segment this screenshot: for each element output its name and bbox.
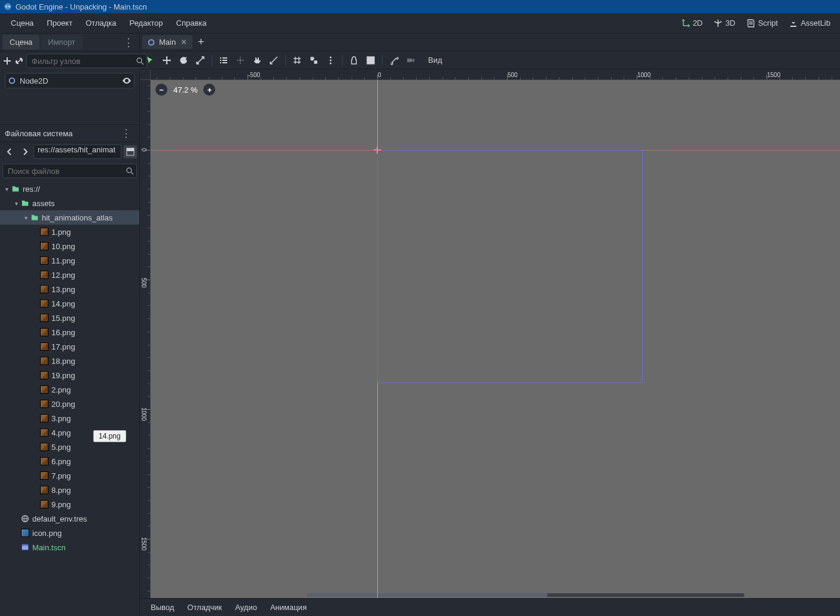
viewport-scrollbar[interactable] bbox=[307, 593, 744, 597]
fs-item[interactable]: 7.png bbox=[0, 468, 139, 483]
svg-point-9 bbox=[127, 168, 132, 173]
camera-override-button[interactable] bbox=[403, 53, 419, 68]
fs-item[interactable]: 18.png bbox=[0, 354, 139, 368]
filesystem-search-input[interactable] bbox=[2, 164, 137, 178]
tool-pivot-button[interactable] bbox=[233, 53, 248, 68]
fs-item[interactable]: ▾res:// bbox=[0, 182, 139, 196]
svg-rect-19 bbox=[369, 59, 372, 62]
canvas-toolbar: Вид bbox=[140, 51, 840, 69]
menubar: Сцена Проект Отладка Редактор Справка 2D… bbox=[0, 13, 840, 33]
fs-item[interactable]: 20.png bbox=[0, 397, 139, 411]
fs-item[interactable]: 1.png bbox=[0, 225, 139, 239]
mode-assetlib-button[interactable]: AssetLib bbox=[784, 16, 835, 30]
fs-item[interactable]: 15.png bbox=[0, 311, 139, 325]
link-node-button[interactable] bbox=[14, 54, 24, 68]
fs-item-label: 17.png bbox=[51, 342, 75, 351]
snap-smart-button[interactable] bbox=[306, 53, 322, 68]
mode-2d-button[interactable]: 2D bbox=[676, 16, 708, 30]
tool-scale-button[interactable] bbox=[193, 53, 208, 68]
menu-debug[interactable]: Отладка bbox=[80, 15, 122, 31]
zoom-in-button[interactable]: + bbox=[203, 84, 215, 96]
close-tab-icon[interactable]: ✕ bbox=[179, 38, 188, 47]
fs-item-label: Main.tscn bbox=[32, 543, 66, 552]
bottom-tab-animation[interactable]: Анимация bbox=[264, 599, 313, 615]
group-button[interactable] bbox=[363, 53, 378, 68]
visibility-icon[interactable] bbox=[122, 76, 132, 85]
scene-tree: Node2D bbox=[0, 71, 139, 124]
fs-item[interactable]: 8.png bbox=[0, 483, 139, 497]
bottom-tab-audio[interactable]: Аудио bbox=[229, 599, 263, 615]
scene-dock-menu-icon[interactable]: ⋮ bbox=[121, 33, 137, 51]
scene-tab-main[interactable]: Main ✕ bbox=[142, 35, 193, 49]
file-icon bbox=[30, 213, 39, 222]
fs-item[interactable]: 10.png bbox=[0, 239, 139, 253]
fs-item[interactable]: 19.png bbox=[0, 368, 139, 382]
fs-item[interactable]: 16.png bbox=[0, 325, 139, 339]
lock-button[interactable] bbox=[346, 53, 362, 68]
nav-back-button[interactable] bbox=[2, 145, 17, 159]
bottom-panel-tabs: Вывод Отладчик Аудио Анимация bbox=[140, 598, 840, 616]
fs-item[interactable]: 2.png bbox=[0, 382, 139, 397]
svg-point-6 bbox=[10, 78, 15, 84]
tab-scene[interactable]: Сцена bbox=[2, 35, 39, 50]
fs-item[interactable]: default_env.tres bbox=[0, 511, 139, 526]
tool-move-button[interactable] bbox=[159, 53, 175, 68]
filesystem-tree[interactable]: ▾res://▾assets▾hit_animations_atlas1.png… bbox=[0, 180, 139, 616]
scene-filter-input[interactable] bbox=[26, 54, 147, 68]
tool-rotate-button[interactable] bbox=[176, 53, 191, 68]
fs-item[interactable]: 17.png bbox=[0, 339, 139, 354]
file-icon bbox=[20, 514, 30, 523]
fs-item-label: 4.png bbox=[51, 428, 71, 437]
filesystem-split-button[interactable] bbox=[124, 145, 137, 158]
fs-item-label: 5.png bbox=[51, 443, 71, 452]
fs-item[interactable]: icon.png bbox=[0, 526, 139, 540]
fs-item[interactable]: 14.png bbox=[0, 296, 139, 311]
fs-item[interactable]: Main.tscn bbox=[0, 540, 139, 554]
fs-item[interactable]: 11.png bbox=[0, 253, 139, 268]
file-icon bbox=[39, 499, 49, 509]
tool-ruler-button[interactable] bbox=[266, 53, 282, 68]
menu-project[interactable]: Проект bbox=[41, 15, 78, 31]
nav-forward-button[interactable] bbox=[18, 145, 32, 159]
filesystem-nav: res://assets/hit_animat bbox=[0, 142, 139, 161]
snap-options-button[interactable] bbox=[323, 53, 338, 68]
file-icon bbox=[39, 471, 49, 480]
add-node-button[interactable] bbox=[2, 54, 12, 68]
menu-help[interactable]: Справка bbox=[170, 15, 213, 31]
bone-button[interactable] bbox=[386, 53, 402, 68]
file-icon bbox=[39, 270, 49, 280]
fs-item[interactable]: 12.png bbox=[0, 268, 139, 282]
zoom-label: 47.2 % bbox=[173, 85, 197, 94]
fs-item[interactable]: 9.png bbox=[0, 497, 139, 511]
view-menu[interactable]: Вид bbox=[423, 53, 447, 67]
file-icon bbox=[39, 227, 49, 237]
tool-list-button[interactable] bbox=[216, 53, 231, 68]
mode-2d-icon bbox=[681, 19, 691, 28]
filesystem-menu-icon[interactable]: ⋮ bbox=[118, 124, 135, 142]
fs-item[interactable]: ▾assets bbox=[0, 196, 139, 210]
zoom-out-button[interactable]: − bbox=[155, 84, 167, 96]
fs-item[interactable]: 3.png bbox=[0, 411, 139, 425]
titlebar: Godot Engine - Unpacking - Main.tscn bbox=[0, 0, 840, 13]
menu-scene[interactable]: Сцена bbox=[5, 15, 39, 31]
menu-editor[interactable]: Редактор bbox=[124, 15, 169, 31]
tab-import[interactable]: Импорт bbox=[41, 35, 82, 50]
mode-script-button[interactable]: Script bbox=[741, 16, 783, 30]
fs-item[interactable]: 6.png bbox=[0, 454, 139, 468]
viewport[interactable]: -500050010001500 050010001500 − 47.2 % + bbox=[140, 69, 840, 598]
file-icon bbox=[39, 299, 49, 308]
scene-root-node[interactable]: Node2D bbox=[5, 73, 135, 88]
filesystem-path[interactable]: res://assets/hit_animat bbox=[33, 145, 121, 159]
svg-rect-11 bbox=[22, 545, 29, 550]
mode-3d-button[interactable]: 3D bbox=[708, 16, 740, 30]
tool-pan-button[interactable] bbox=[249, 53, 265, 68]
add-scene-tab-button[interactable]: + bbox=[194, 35, 208, 50]
fs-item[interactable]: 13.png bbox=[0, 282, 139, 296]
fs-item-label: 19.png bbox=[51, 371, 75, 380]
bottom-tab-debugger[interactable]: Отладчик bbox=[181, 599, 228, 615]
script-icon bbox=[746, 19, 756, 28]
snap-grid-button[interactable] bbox=[289, 53, 305, 68]
fs-item[interactable]: ▾hit_animations_atlas bbox=[0, 210, 139, 225]
search-icon bbox=[135, 56, 145, 66]
bottom-tab-output[interactable]: Вывод bbox=[145, 599, 180, 615]
